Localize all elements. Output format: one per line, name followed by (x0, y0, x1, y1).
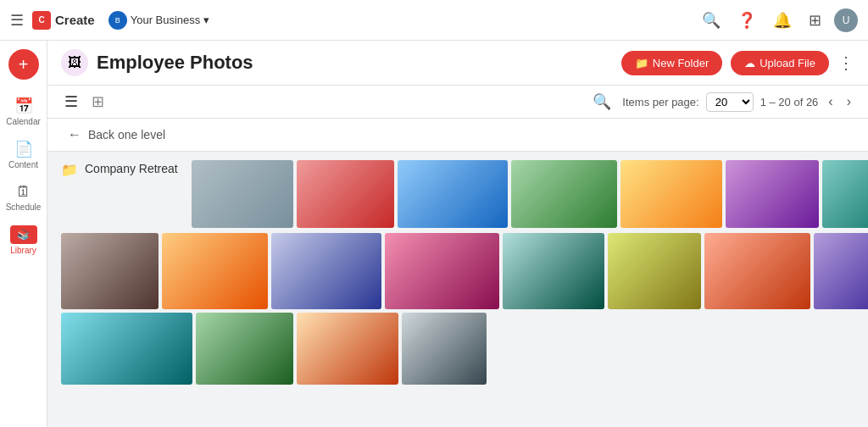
business-logo: B (108, 11, 127, 30)
list-item[interactable] (402, 313, 487, 385)
business-selector[interactable]: B Your Business ▾ (108, 11, 210, 30)
list-item[interactable] (822, 160, 868, 228)
prev-page-button[interactable]: ‹ (825, 92, 836, 111)
hamburger-icon[interactable]: ☰ (10, 11, 24, 30)
back-label: Back one level (88, 128, 165, 141)
list-item[interactable] (726, 160, 819, 228)
items-per-page-select[interactable]: 20 50 100 (706, 92, 754, 112)
list-item[interactable] (385, 233, 499, 309)
page-icon: 🖼 (61, 49, 88, 76)
apps-nav-icon[interactable]: ⊞ (809, 11, 821, 30)
new-folder-label: New Folder (653, 57, 709, 69)
content-area: ← Back one level 📁 Company Retreat (47, 119, 868, 413)
create-logo-icon: C (32, 11, 51, 30)
business-name: Your Business (131, 14, 201, 26)
sidebar-item-calendar[interactable]: 📅 Calendar (3, 92, 45, 131)
search-toolbar-icon[interactable]: 🔍 (593, 92, 611, 111)
list-item[interactable] (511, 160, 617, 228)
next-page-button[interactable]: › (843, 92, 854, 111)
library-icon: 📚 (10, 225, 37, 244)
more-options-button[interactable]: ⋮ (837, 53, 854, 73)
page-info: 1 – 20 of 26 (760, 96, 819, 108)
grid-section: 📁 Company Retreat (47, 152, 868, 396)
sidebar-item-label-schedule: Schedule (6, 202, 42, 212)
sidebar-item-label-calendar: Calendar (6, 117, 41, 126)
upload-label: Upload File (760, 57, 815, 69)
folder-row: 📁 Company Retreat (61, 160, 854, 228)
sidebar-item-library[interactable]: 📚 Library (3, 220, 45, 260)
list-item[interactable] (61, 313, 192, 385)
items-per-page-label: Items per page: (622, 96, 698, 108)
sidebar-item-label-content: Content (8, 160, 38, 169)
upload-file-button[interactable]: ☁ Upload File (731, 51, 829, 75)
search-nav-icon[interactable]: 🔍 (702, 11, 721, 30)
list-view-button[interactable]: ☰ (61, 91, 81, 113)
list-item[interactable] (297, 313, 398, 385)
list-item[interactable] (196, 313, 293, 385)
list-item[interactable] (503, 233, 604, 309)
list-item[interactable] (704, 233, 810, 309)
create-label: Create (55, 13, 95, 27)
row1-photos (192, 160, 868, 228)
folder-name[interactable]: Company Retreat (85, 160, 178, 175)
list-item[interactable] (297, 160, 394, 228)
list-item[interactable] (398, 160, 508, 228)
grid-view-button[interactable]: ⊞ (88, 91, 108, 113)
avatar[interactable]: U (834, 8, 858, 32)
list-item[interactable] (271, 233, 381, 309)
toolbar: ☰ ⊞ 🔍 Items per page: 20 50 100 1 – 20 o… (47, 86, 868, 119)
create-logo-btn[interactable]: C Create (32, 11, 95, 30)
help-nav-icon[interactable]: ❓ (737, 11, 756, 30)
back-bar[interactable]: ← Back one level (47, 119, 868, 152)
list-item[interactable] (192, 160, 293, 228)
page-header: 🖼 Employee Photos 📁 New Folder ☁ Upload … (47, 41, 868, 86)
back-arrow-icon: ← (68, 127, 81, 142)
main-content: 🖼 Employee Photos 📁 New Folder ☁ Upload … (47, 41, 868, 427)
content-icon: 📄 (14, 140, 33, 158)
toolbar-right: 🔍 Items per page: 20 50 100 1 – 20 of 26… (588, 92, 854, 112)
list-item[interactable] (620, 160, 722, 228)
calendar-icon: 📅 (14, 97, 33, 115)
folder-icon-el: 📁 (61, 162, 78, 178)
top-nav: ☰ C Create B Your Business ▾ 🔍 ❓ 🔔 ⊞ U (0, 0, 868, 41)
upload-icon: ☁ (744, 57, 755, 69)
list-item[interactable] (61, 233, 159, 309)
bell-nav-icon[interactable]: 🔔 (773, 11, 792, 30)
dropdown-icon: ▾ (203, 14, 209, 26)
list-item[interactable] (608, 233, 701, 309)
new-folder-icon: 📁 (635, 57, 648, 69)
sidebar: + 📅 Calendar 📄 Content 🗓 Schedule 📚 Libr… (0, 41, 47, 427)
sidebar-item-label-library: Library (10, 246, 36, 255)
create-fab-button[interactable]: + (8, 49, 39, 80)
list-item[interactable] (814, 233, 868, 309)
list-item[interactable] (162, 233, 268, 309)
photo-row-2 (61, 233, 854, 309)
schedule-icon: 🗓 (16, 183, 31, 201)
new-folder-button[interactable]: 📁 New Folder (621, 51, 722, 75)
sidebar-item-schedule[interactable]: 🗓 Schedule (3, 178, 45, 217)
page-title: Employee Photos (97, 52, 613, 74)
sidebar-item-content[interactable]: 📄 Content (3, 135, 45, 175)
photo-row-3 (61, 313, 854, 385)
